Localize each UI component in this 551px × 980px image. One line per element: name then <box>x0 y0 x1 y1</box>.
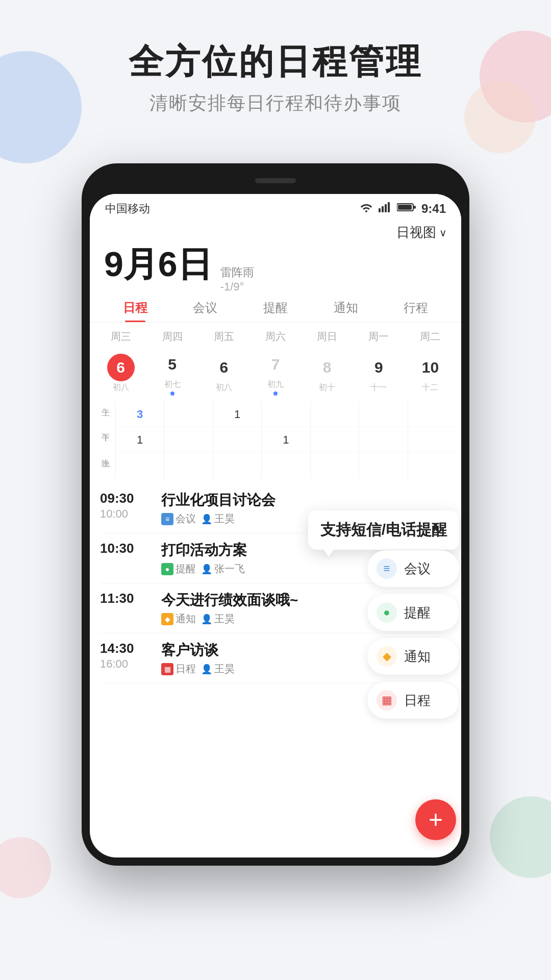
qa-label-会议: 会议 <box>404 560 431 578</box>
event-dot <box>273 391 278 396</box>
event-type-icon-meeting: ≡ <box>161 513 173 525</box>
quick-action-会议[interactable]: ≡会议 <box>367 550 459 587</box>
event-end-time: 10:00 <box>100 507 151 521</box>
week-date-lunar: 初十 <box>319 382 335 393</box>
schedule-cell <box>262 402 310 427</box>
svg-rect-2 <box>385 204 387 212</box>
chevron-down-icon: ∨ <box>439 227 447 239</box>
hero-section: 全方位的日程管理 清晰安排每日行程和待办事项 <box>0 41 551 116</box>
week-date-cell[interactable]: 6初八 <box>95 352 146 395</box>
qa-icon-会议: ≡ <box>377 558 397 579</box>
event-person: 👤 王昊 <box>201 512 235 526</box>
schedule-cell <box>359 402 407 427</box>
phone-mockup: 中国移动 9:41 日视图 ∨ <box>82 163 469 866</box>
event-type-icon-notice: ◆ <box>161 613 173 625</box>
schedule-col-3: 1 <box>261 402 310 478</box>
tab-会议[interactable]: 会议 <box>170 300 241 322</box>
event-start-time: 11:30 <box>100 591 151 606</box>
schedule-cell: 1 <box>116 427 164 453</box>
person-icon: 👤 <box>201 564 212 575</box>
event-type-text: 通知 <box>176 612 196 626</box>
event-person: 👤 张一飞 <box>201 562 245 576</box>
status-bar: 中国移动 9:41 <box>90 194 461 220</box>
signal-icon <box>379 202 392 215</box>
schedule-col-5 <box>359 402 407 478</box>
day-view-button[interactable]: 日视图 ∨ <box>396 224 447 241</box>
week-date-cell[interactable]: 5初七 <box>146 349 198 398</box>
qa-label-日程: 日程 <box>404 692 431 709</box>
time-label: 下午 <box>95 427 115 453</box>
week-calendar: 周三周四周五周六周日周一周二 6初八5初七6初八7初九8初十9十一10十二 <box>90 325 461 400</box>
status-time: 9:41 <box>421 202 446 216</box>
day-view-header: 日视图 ∨ <box>90 220 461 243</box>
tab-bar: 日程会议提醒通知行程 <box>90 296 461 323</box>
tab-日程[interactable]: 日程 <box>100 300 170 322</box>
svg-rect-0 <box>379 208 381 212</box>
week-date-cell[interactable]: 9十一 <box>353 352 405 395</box>
week-date-cell[interactable]: 6初八 <box>198 352 249 395</box>
tab-通知[interactable]: 通知 <box>311 300 381 322</box>
tab-行程[interactable]: 行程 <box>381 300 451 322</box>
quick-action-通知[interactable]: ◆通知 <box>367 638 459 675</box>
quick-action-日程[interactable]: ▦日程 <box>367 682 459 719</box>
schedule-cell: 1 <box>262 427 310 453</box>
fab-plus-icon: + <box>429 807 443 832</box>
week-date-cell[interactable]: 7初九 <box>249 349 301 398</box>
qa-icon-提醒: ● <box>377 602 397 623</box>
phone-notch <box>224 172 327 190</box>
hero-title: 全方位的日程管理 <box>0 41 551 83</box>
fab-button[interactable]: + <box>415 799 456 840</box>
weather-info: 雷阵雨 -1/9° <box>220 265 254 293</box>
svg-rect-1 <box>382 206 384 212</box>
event-dot <box>170 391 174 396</box>
person-icon: 👤 <box>201 614 212 625</box>
week-date-lunar: 十一 <box>370 382 387 393</box>
week-date-number: 7 <box>262 351 289 378</box>
week-day-label: 周五 <box>198 328 249 346</box>
schedule-cell <box>359 427 407 453</box>
schedule-col-4 <box>310 402 359 478</box>
week-day-label: 周日 <box>302 328 353 346</box>
person-icon: 👤 <box>201 513 212 525</box>
week-date-cell[interactable]: 8初十 <box>302 352 353 395</box>
event-end-time: 16:00 <box>100 657 151 671</box>
qa-label-通知: 通知 <box>404 648 431 666</box>
week-day-label: 周三 <box>95 328 146 346</box>
svg-rect-5 <box>414 206 416 209</box>
schedule-cell <box>164 427 212 453</box>
event-title: 行业化项目讨论会 <box>161 491 451 510</box>
qa-icon-日程: ▦ <box>377 690 397 710</box>
schedule-grid: 上午下午晚上3111 <box>90 402 461 478</box>
week-day-label: 周一 <box>353 328 405 346</box>
schedule-cell <box>311 402 359 427</box>
week-days-header: 周三周四周五周六周日周一周二 <box>95 328 456 346</box>
quick-action-提醒[interactable]: ●提醒 <box>367 594 459 631</box>
week-date-number: 9 <box>365 354 392 381</box>
event-type-text: 日程 <box>176 662 196 676</box>
day-view-label: 日视图 <box>396 224 436 241</box>
event-type-text: 提醒 <box>176 562 196 576</box>
bg-circle-green <box>490 796 551 878</box>
tab-提醒[interactable]: 提醒 <box>240 300 311 322</box>
week-date-lunar: 初七 <box>164 379 181 390</box>
event-time-col: 11:30 <box>100 591 151 626</box>
popup-title: 支持短信/电话提醒 <box>320 521 447 538</box>
phone-outer: 中国移动 9:41 日视图 ∨ <box>82 163 469 866</box>
quick-actions-panel: ≡会议●提醒◆通知▦日程 <box>367 550 459 719</box>
svg-rect-3 <box>388 202 390 212</box>
battery-icon <box>397 202 416 215</box>
schedule-col-1 <box>164 402 212 478</box>
event-type-badge: ▦日程 <box>161 662 196 676</box>
week-date-lunar: 初九 <box>267 379 284 390</box>
phone-screen: 中国移动 9:41 日视图 ∨ <box>90 194 461 857</box>
qa-label-提醒: 提醒 <box>404 604 431 622</box>
schedule-cell <box>164 402 212 427</box>
schedule-cell <box>213 427 261 453</box>
week-day-label: 周四 <box>146 328 198 346</box>
schedule-cell <box>408 427 456 453</box>
week-date-cell[interactable]: 10十二 <box>405 352 456 395</box>
event-time-col: 09:3010:00 <box>100 491 151 526</box>
wifi-icon <box>359 202 373 215</box>
event-start-time: 09:30 <box>100 491 151 506</box>
time-label: 晚上 <box>95 453 115 478</box>
